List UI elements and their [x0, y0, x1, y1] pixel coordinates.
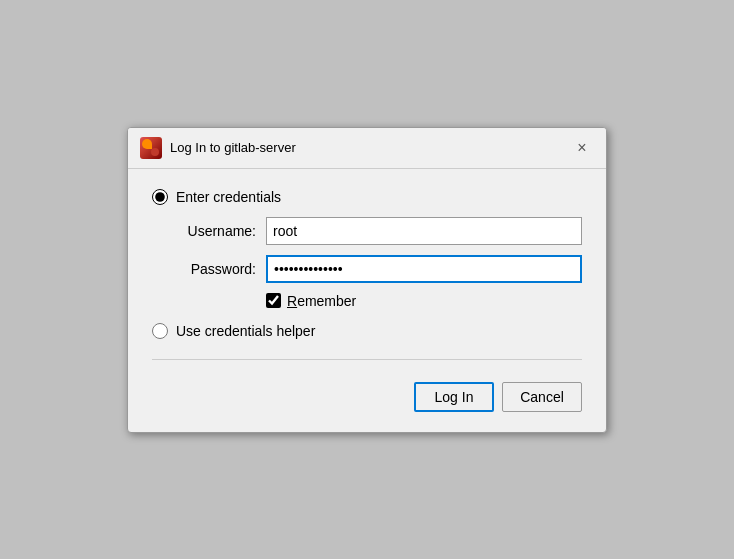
use-helper-label: Use credentials helper: [176, 323, 315, 339]
title-bar-left: Log In to gitlab-server: [140, 137, 296, 159]
password-label: Password:: [176, 261, 256, 277]
enter-credentials-radio[interactable]: [152, 189, 168, 205]
dialog-body: Enter credentials Username: Password: Re…: [128, 169, 606, 432]
username-row: Username:: [176, 217, 582, 245]
login-dialog: Log In to gitlab-server × Enter credenti…: [127, 127, 607, 433]
enter-credentials-option[interactable]: Enter credentials: [152, 189, 582, 205]
title-bar: Log In to gitlab-server ×: [128, 128, 606, 169]
username-label: Username:: [176, 223, 256, 239]
username-input[interactable]: [266, 217, 582, 245]
cancel-button[interactable]: Cancel: [502, 382, 582, 412]
dialog-title: Log In to gitlab-server: [170, 140, 296, 155]
use-helper-option[interactable]: Use credentials helper: [152, 323, 582, 339]
remember-label[interactable]: Remember: [287, 293, 356, 309]
login-button[interactable]: Log In: [414, 382, 494, 412]
password-input[interactable]: [266, 255, 582, 283]
divider: [152, 359, 582, 360]
close-button[interactable]: ×: [570, 136, 594, 160]
app-icon: [140, 137, 162, 159]
password-row: Password:: [176, 255, 582, 283]
remember-checkbox[interactable]: [266, 293, 281, 308]
credentials-section: Username: Password: Remember: [176, 217, 582, 309]
enter-credentials-label: Enter credentials: [176, 189, 281, 205]
use-helper-radio[interactable]: [152, 323, 168, 339]
remember-row: Remember: [266, 293, 582, 309]
button-row: Log In Cancel: [152, 374, 582, 416]
